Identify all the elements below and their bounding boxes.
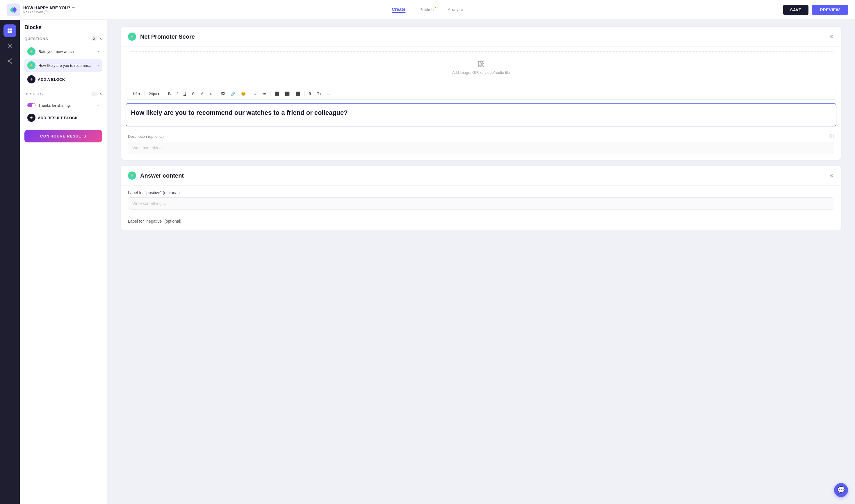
negative-label-section: Label for "negative" (optional)	[121, 214, 841, 231]
description-label: Description (optional) ⓘ	[128, 133, 834, 140]
toolbar-image[interactable]: 🖼	[219, 90, 227, 97]
question-dots-2[interactable]: ···	[95, 63, 99, 68]
svg-rect-1	[7, 29, 10, 31]
nav-create[interactable]: Create	[392, 7, 405, 13]
info-icon[interactable]: i	[44, 10, 48, 14]
positive-input[interactable]	[128, 197, 834, 210]
toolbar-sep-4	[250, 91, 250, 96]
add-block-label: ADD A BLOCK	[38, 77, 65, 82]
positive-label-section: Label for "positive" (optional)	[121, 186, 841, 214]
survey-subtitle: Poll / Survey i	[23, 10, 75, 14]
description-info-icon[interactable]: ⓘ	[830, 133, 834, 140]
answer-card: ⚡ Answer content ⚙ Label for "positive" …	[121, 166, 841, 231]
question-dots-1[interactable]: ···	[95, 49, 99, 54]
toolbar-align-left[interactable]: ⬛	[272, 90, 281, 97]
toolbar-fontsize[interactable]: 24px ▾	[146, 90, 162, 97]
description-input[interactable]	[128, 142, 834, 154]
result-dots-1[interactable]: ···	[95, 103, 99, 108]
toolbar-bold2[interactable]: B	[306, 90, 314, 97]
title-block: HOW HAPPY ARE YOU? ✏ Poll / Survey i	[23, 5, 75, 14]
svg-rect-4	[10, 31, 12, 33]
results-chevron[interactable]: ∧	[100, 92, 102, 96]
toolbar-superscript[interactable]: x²	[198, 90, 206, 97]
chat-bubble[interactable]: 💬	[834, 483, 848, 497]
question-item-1[interactable]: ⚡ Rate your new watch ···	[24, 45, 102, 58]
toolbar-underline[interactable]: U	[181, 90, 189, 97]
upload-icon: 🖼	[477, 60, 485, 68]
nav-publish[interactable]: Publish	[419, 7, 434, 13]
question-text-1: Rate your new watch	[38, 49, 92, 54]
icon-share[interactable]	[3, 55, 16, 68]
sidebar-title: Blocks	[24, 24, 102, 31]
toolbar-align-center[interactable]: ⬛	[283, 90, 292, 97]
survey-type-text: Poll / Survey	[23, 10, 43, 14]
icon-settings[interactable]	[3, 39, 16, 52]
negative-label-text: Label for "negative" (optional)	[128, 219, 834, 223]
question-text-area[interactable]: How likely are you to recommend our watc…	[126, 103, 836, 126]
edit-title-icon[interactable]: ✏	[72, 5, 75, 10]
question-main-text: How likely are you to recommend our watc…	[131, 108, 831, 118]
nav-center: Create Publish Analyze	[392, 7, 463, 13]
save-button[interactable]: SAVE	[783, 5, 808, 15]
nps-card-header: ⚡ Net Promoter Score ⚙	[121, 27, 841, 47]
result-text-1: Thanks for sharing.	[38, 103, 92, 108]
toolbar-sep-1	[144, 91, 145, 96]
nps-title: Net Promoter Score	[140, 33, 825, 40]
positive-label-text: Label for "positive" (optional)	[128, 191, 834, 195]
icon-blocks[interactable]	[3, 24, 16, 37]
preview-button[interactable]: PREVIEW	[812, 5, 848, 15]
text-toolbar: H1 ▾ 24px ▾ B I U S x² x₂ 🖼 🔗 😊	[126, 88, 836, 100]
add-block-button[interactable]: + ADD A BLOCK	[24, 73, 102, 86]
toolbar-ordered-list[interactable]: ≔	[260, 90, 268, 97]
nps-settings-icon[interactable]: ⚙	[830, 33, 834, 40]
toolbar-italic[interactable]: I	[174, 90, 180, 97]
survey-title-text: HOW HAPPY ARE YOU?	[23, 5, 70, 10]
icon-bar	[0, 20, 20, 504]
result-item-1[interactable]: Thanks for sharing. ···	[24, 100, 102, 110]
nav-actions: SAVE PREVIEW	[783, 5, 848, 15]
image-upload-area[interactable]: 🖼 Add image, GIF, or video/audio file	[128, 51, 834, 83]
question-text-2: How likely are you to recomm...	[38, 64, 92, 68]
survey-title: HOW HAPPY ARE YOU? ✏	[23, 5, 75, 10]
results-label: Results	[24, 92, 43, 96]
svg-rect-2	[10, 29, 12, 31]
main-layout: Blocks Questions 2 ∧ ⚡ Rate your new wat…	[0, 20, 855, 504]
nav-analyze[interactable]: Analyze	[448, 7, 463, 13]
toolbar-link[interactable]: 🔗	[228, 90, 238, 97]
question-item-2[interactable]: ⚡ How likely are you to recomm... ···	[24, 59, 102, 72]
toolbar-align-right[interactable]: ⬛	[293, 90, 302, 97]
questions-section-header: Questions 2 ∧	[24, 35, 102, 42]
configure-results-button[interactable]: CONFIGURE RESULTS	[24, 130, 102, 142]
results-count-badge: 1	[91, 92, 97, 96]
toolbar-bold[interactable]: B	[166, 90, 173, 97]
toolbar-subscript[interactable]: x₂	[207, 90, 215, 97]
upload-text: Add image, GIF, or video/audio file	[452, 70, 510, 75]
logo-icon	[7, 3, 20, 16]
nps-header-icon: ⚡	[128, 33, 136, 41]
question-icon-1: ⚡	[27, 47, 35, 55]
toolbar-emoji[interactable]: 😊	[239, 90, 248, 97]
questions-label: Questions	[24, 37, 48, 41]
answer-card-header: ⚡ Answer content ⚙	[121, 166, 841, 186]
logo-area: HOW HAPPY ARE YOU? ✏ Poll / Survey i	[7, 3, 77, 16]
results-section-header: Results 1 ∧	[24, 90, 102, 97]
svg-rect-3	[7, 31, 10, 33]
answer-settings-icon[interactable]: ⚙	[830, 173, 834, 179]
question-icon-2: ⚡	[27, 61, 35, 70]
questions-count-badge: 2	[91, 36, 97, 41]
toolbar-bullet-list[interactable]: ≡	[252, 90, 259, 97]
description-section: Description (optional) ⓘ	[121, 130, 841, 160]
toolbar-clear[interactable]: Tx	[315, 90, 324, 97]
answer-title: Answer content	[140, 173, 825, 179]
questions-chevron[interactable]: ∧	[100, 37, 102, 41]
toolbar-sep-5	[270, 91, 271, 96]
sidebar: Blocks Questions 2 ∧ ⚡ Rate your new wat…	[20, 20, 107, 504]
add-result-button[interactable]: + ADD RESULT BLOCK	[24, 111, 102, 124]
toolbar-heading[interactable]: H1 ▾	[130, 90, 143, 97]
svg-point-5	[9, 46, 11, 47]
result-icon-1	[27, 103, 35, 107]
toolbar-strikethrough[interactable]: S	[190, 90, 197, 97]
toolbar-more[interactable]: ...	[325, 90, 333, 97]
add-result-icon: +	[27, 114, 35, 122]
main-content: ⚡ Net Promoter Score ⚙ 🖼 Add image, GIF,…	[107, 20, 855, 504]
